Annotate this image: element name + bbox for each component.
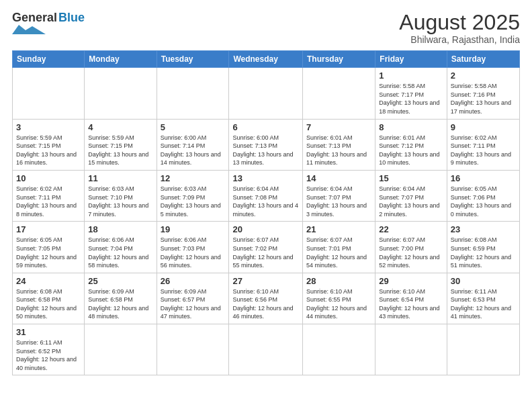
day-number: 23 [451,224,516,234]
day-number: 11 [88,173,152,183]
calendar-week-row: 31Sunrise: 6:11 AM Sunset: 6:52 PM Dayli… [13,324,520,375]
table-row: 19Sunrise: 6:06 AM Sunset: 7:03 PM Dayli… [157,222,229,273]
table-row: 24Sunrise: 6:08 AM Sunset: 6:58 PM Dayli… [13,273,85,324]
table-row: 21Sunrise: 6:07 AM Sunset: 7:01 PM Dayli… [303,222,375,273]
day-info: Sunrise: 6:05 AM Sunset: 7:05 PM Dayligh… [16,236,81,269]
day-number: 7 [306,122,371,132]
table-row [85,68,157,119]
page: General Blue August 2025 Bhilwara, Rajas… [0,0,532,382]
day-info: Sunrise: 6:07 AM Sunset: 7:00 PM Dayligh… [379,236,443,269]
table-row [375,324,447,375]
day-info: Sunrise: 6:03 AM Sunset: 7:09 PM Dayligh… [161,185,226,218]
day-info: Sunrise: 6:07 AM Sunset: 7:01 PM Dayligh… [306,236,371,269]
table-row: 16Sunrise: 6:05 AM Sunset: 7:06 PM Dayli… [447,170,519,221]
day-number: 21 [306,224,371,234]
table-row: 2Sunrise: 5:58 AM Sunset: 7:16 PM Daylig… [447,68,519,119]
table-row: 31Sunrise: 6:11 AM Sunset: 6:52 PM Dayli… [13,324,85,375]
logo-blue: Blue [58,11,85,25]
day-info: Sunrise: 6:00 AM Sunset: 7:14 PM Dayligh… [161,134,226,167]
day-number: 16 [451,173,516,183]
day-info: Sunrise: 6:08 AM Sunset: 6:59 PM Dayligh… [451,236,516,269]
header: General Blue August 2025 Bhilwara, Rajas… [12,11,520,45]
calendar-week-row: 3Sunrise: 5:59 AM Sunset: 7:15 PM Daylig… [13,119,520,170]
calendar-week-row: 10Sunrise: 6:02 AM Sunset: 7:11 PM Dayli… [13,170,520,221]
table-row: 23Sunrise: 6:08 AM Sunset: 6:59 PM Dayli… [447,222,519,273]
table-row: 22Sunrise: 6:07 AM Sunset: 7:00 PM Dayli… [375,222,447,273]
table-row [229,324,303,375]
day-info: Sunrise: 6:07 AM Sunset: 7:02 PM Dayligh… [232,236,299,269]
calendar-week-row: 24Sunrise: 6:08 AM Sunset: 6:58 PM Dayli… [13,273,520,324]
day-number: 10 [16,173,81,183]
table-row: 11Sunrise: 6:03 AM Sunset: 7:10 PM Dayli… [85,170,157,221]
day-info: Sunrise: 5:58 AM Sunset: 7:17 PM Dayligh… [379,82,443,116]
svg-marker-0 [12,25,46,34]
col-friday: Friday [375,51,447,68]
table-row: 14Sunrise: 6:04 AM Sunset: 7:07 PM Dayli… [303,170,375,221]
table-row [157,324,229,375]
day-number: 22 [379,224,443,234]
day-info: Sunrise: 6:10 AM Sunset: 6:55 PM Dayligh… [306,287,371,321]
day-number: 12 [161,173,226,183]
col-saturday: Saturday [447,51,519,68]
table-row [85,324,157,375]
day-info: Sunrise: 5:59 AM Sunset: 7:15 PM Dayligh… [88,134,152,167]
table-row: 13Sunrise: 6:04 AM Sunset: 7:08 PM Dayli… [229,170,303,221]
table-row: 17Sunrise: 6:05 AM Sunset: 7:05 PM Dayli… [13,222,85,273]
day-info: Sunrise: 6:06 AM Sunset: 7:04 PM Dayligh… [88,236,152,269]
day-info: Sunrise: 6:01 AM Sunset: 7:12 PM Dayligh… [379,134,443,167]
day-number: 25 [88,276,152,286]
month-year: August 2025 [399,11,520,34]
table-row: 7Sunrise: 6:01 AM Sunset: 7:13 PM Daylig… [303,119,375,170]
col-wednesday: Wednesday [229,51,303,68]
day-number: 8 [379,122,443,132]
logo-general: General [12,11,57,25]
table-row: 5Sunrise: 6:00 AM Sunset: 7:14 PM Daylig… [157,119,229,170]
day-info: Sunrise: 6:04 AM Sunset: 7:07 PM Dayligh… [306,185,371,218]
col-tuesday: Tuesday [157,51,229,68]
day-number: 2 [451,71,516,81]
day-number: 13 [232,173,299,183]
day-number: 26 [161,276,226,286]
day-info: Sunrise: 6:03 AM Sunset: 7:10 PM Dayligh… [88,185,152,218]
day-number: 15 [379,173,443,183]
table-row: 9Sunrise: 6:02 AM Sunset: 7:11 PM Daylig… [447,119,519,170]
table-row: 25Sunrise: 6:09 AM Sunset: 6:58 PM Dayli… [85,273,157,324]
day-info: Sunrise: 6:01 AM Sunset: 7:13 PM Dayligh… [306,134,371,167]
table-row: 8Sunrise: 6:01 AM Sunset: 7:12 PM Daylig… [375,119,447,170]
table-row [13,68,85,119]
table-row [303,68,375,119]
day-info: Sunrise: 6:02 AM Sunset: 7:11 PM Dayligh… [16,185,81,218]
table-row: 26Sunrise: 6:09 AM Sunset: 6:57 PM Dayli… [157,273,229,324]
table-row: 27Sunrise: 6:10 AM Sunset: 6:56 PM Dayli… [229,273,303,324]
day-info: Sunrise: 6:00 AM Sunset: 7:13 PM Dayligh… [232,134,299,167]
day-info: Sunrise: 6:11 AM Sunset: 6:53 PM Dayligh… [451,287,516,321]
day-number: 18 [88,224,152,234]
col-sunday: Sunday [13,51,85,68]
col-monday: Monday [85,51,157,68]
day-info: Sunrise: 6:02 AM Sunset: 7:11 PM Dayligh… [451,134,516,167]
table-row: 6Sunrise: 6:00 AM Sunset: 7:13 PM Daylig… [229,119,303,170]
title-block: August 2025 Bhilwara, Rajasthan, India [399,11,520,45]
calendar-table: Sunday Monday Tuesday Wednesday Thursday… [12,50,520,375]
day-info: Sunrise: 6:08 AM Sunset: 6:58 PM Dayligh… [16,287,81,321]
day-number: 6 [232,122,299,132]
day-info: Sunrise: 6:04 AM Sunset: 7:07 PM Dayligh… [379,185,443,218]
day-info: Sunrise: 5:58 AM Sunset: 7:16 PM Dayligh… [451,82,516,116]
day-number: 1 [379,71,443,81]
table-row: 18Sunrise: 6:06 AM Sunset: 7:04 PM Dayli… [85,222,157,273]
col-thursday: Thursday [303,51,375,68]
day-number: 17 [16,224,81,234]
table-row [157,68,229,119]
day-info: Sunrise: 6:09 AM Sunset: 6:58 PM Dayligh… [88,287,152,321]
calendar-week-row: 17Sunrise: 6:05 AM Sunset: 7:05 PM Dayli… [13,222,520,273]
table-row: 10Sunrise: 6:02 AM Sunset: 7:11 PM Dayli… [13,170,85,221]
logo: General Blue [12,11,85,34]
day-number: 29 [379,276,443,286]
day-number: 9 [451,122,516,132]
table-row: 20Sunrise: 6:07 AM Sunset: 7:02 PM Dayli… [229,222,303,273]
day-info: Sunrise: 6:09 AM Sunset: 6:57 PM Dayligh… [161,287,226,321]
table-row [303,324,375,375]
table-row: 15Sunrise: 6:04 AM Sunset: 7:07 PM Dayli… [375,170,447,221]
day-number: 24 [16,276,81,286]
day-number: 20 [232,224,299,234]
